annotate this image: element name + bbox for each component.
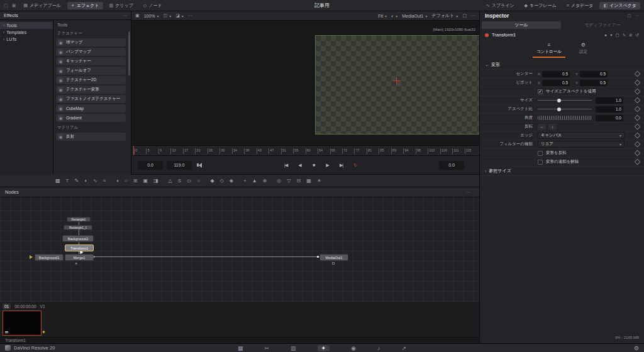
topbar-keyframes-button[interactable]: ◆キーフレーム	[521, 2, 560, 9]
layout-left-icon[interactable]: ▢	[4, 3, 8, 8]
render-start-input[interactable]: 0.0	[138, 161, 163, 170]
node-Merge1[interactable]: Merge1	[65, 254, 94, 261]
keyframe-diamond-icon[interactable]	[635, 159, 641, 165]
angle-thumbwheel[interactable]	[538, 116, 592, 120]
flip-vertical-button[interactable]: ↕	[548, 124, 557, 130]
keyframe-diamond-icon[interactable]	[635, 133, 641, 139]
size-input[interactable]: 1.0	[596, 97, 623, 104]
color-corrector-tool-icon[interactable]: ◐	[84, 178, 87, 184]
keyframe-diamond-icon[interactable]	[635, 71, 641, 77]
audio-mute-icon[interactable]	[197, 163, 202, 168]
angle-input[interactable]: 0.0	[596, 115, 623, 121]
viewer-layout-icon[interactable]: ▣	[135, 13, 140, 18]
gamut-select[interactable]: ◐▾	[391, 14, 397, 18]
keyframe-diamond-icon[interactable]	[635, 115, 641, 121]
merge-3d-tool-icon[interactable]: ⊟	[296, 178, 301, 184]
topbar-metadata-button[interactable]: ≡メタデータ	[563, 2, 597, 9]
page-edit-button[interactable]: ▥	[291, 345, 296, 351]
keyframe-diamond-icon[interactable]	[635, 124, 641, 130]
luma-keyer-tool-icon[interactable]: ◇	[220, 178, 224, 184]
tool-item-button[interactable]: ▩反射	[56, 133, 126, 141]
page-cut-button[interactable]: ✂	[265, 345, 270, 351]
keyframe-diamond-icon[interactable]	[635, 80, 641, 86]
merge-tool-icon[interactable]: ⊞	[133, 178, 138, 184]
invert-transform-checkbox[interactable]: ✓	[538, 151, 543, 156]
topbar-effects-button[interactable]: ✦エフェクト	[67, 2, 103, 9]
versions-icon[interactable]: ▢	[615, 33, 619, 38]
delta-keyer-tool-icon[interactable]: ◆	[211, 178, 214, 184]
reset-icon[interactable]: ↺	[636, 33, 639, 38]
node-Background2[interactable]: Background2	[62, 235, 94, 242]
reference-size-section-header[interactable]: › 参照サイズ	[480, 167, 644, 176]
ab-view-select[interactable]: ◪▾	[175, 13, 184, 18]
expand-viewer-icon[interactable]: ▢	[462, 13, 467, 18]
topbar-nodes-button[interactable]: ◇ノード	[140, 2, 166, 9]
topbar-inspector-button[interactable]: ◧インスペクタ	[599, 2, 640, 9]
topbar-spline-button[interactable]: ∿スプライン	[482, 2, 518, 9]
node-Rectangle1_1[interactable]: Rectangle1_1	[64, 225, 92, 230]
page-fusion-button[interactable]: ✦	[318, 345, 330, 351]
topbar-media-pool-button[interactable]: ▤メディアプール	[19, 2, 65, 9]
camera-3d-tool-icon[interactable]: ◎	[277, 178, 281, 184]
node-MediaOut1[interactable]: MediaOut1	[319, 254, 348, 261]
page-media-button[interactable]: ▦	[238, 345, 243, 351]
stop-button[interactable]: ■	[309, 162, 318, 169]
keyframe-diamond-icon[interactable]	[635, 141, 641, 148]
keyframe-diamond-icon[interactable]	[635, 89, 641, 95]
transform-section-header[interactable]: ⌄ 変形	[480, 60, 644, 70]
gear-icon[interactable]: ⚙	[634, 345, 639, 351]
renderer-3d-tool-icon[interactable]: ▦	[306, 178, 311, 184]
color-curves-tool-icon[interactable]: ∿	[93, 178, 97, 184]
effects-menu-icon[interactable]: ⋯	[123, 13, 127, 18]
tool-item-button[interactable]: ▩キャッチャー	[56, 57, 126, 65]
split-view-select[interactable]: ◫▾	[164, 13, 172, 18]
transparent-canvas[interactable]	[315, 35, 479, 135]
blur-tool-icon[interactable]: ○	[125, 178, 128, 184]
loop-playback-button[interactable]: ↻	[351, 162, 360, 169]
tool-item-button[interactable]: ▩テクスチャー変形	[56, 85, 126, 94]
node-graph[interactable]: ✕ Rectangle1Rectangle1_1Background2Trans…	[0, 197, 479, 302]
current-frame-input[interactable]: 0.0	[439, 161, 464, 170]
dve-tool-icon[interactable]: ▲	[252, 178, 257, 184]
viewer-menu-icon[interactable]: ⋯	[471, 13, 475, 18]
transform-tool-icon[interactable]: +	[243, 178, 247, 184]
subtab-settings[interactable]: ⚙ 設定	[575, 41, 591, 57]
playhead[interactable]	[133, 146, 134, 155]
page-color-button[interactable]: ◉	[351, 345, 356, 351]
aspect-slider[interactable]	[538, 106, 592, 113]
page-deliver-button[interactable]: ↗	[401, 345, 406, 351]
polygon-mask-tool-icon[interactable]: △	[169, 178, 172, 184]
lut-select[interactable]: デフォルト▾	[432, 13, 458, 19]
lock-icon[interactable]: ⊘	[629, 33, 632, 38]
size-slider[interactable]	[538, 97, 592, 104]
filter-dropdown[interactable]: リニア▾	[538, 141, 625, 148]
effects-tree-item-templates[interactable]: ›Templates	[0, 29, 53, 36]
layout-right-icon[interactable]: ▣	[12, 3, 16, 8]
tool-item-button[interactable]: ▩テクスチャー2D	[56, 76, 126, 84]
node-color-icon[interactable]: ●	[604, 33, 607, 38]
pivot-x-input[interactable]: 0.5	[542, 80, 570, 86]
keyframe-diamond-icon[interactable]	[635, 106, 641, 113]
node-Background1[interactable]: Background1	[35, 254, 64, 261]
first-frame-button[interactable]: |◀	[282, 162, 291, 169]
viewer-options-icon[interactable]: ⋯	[188, 13, 192, 18]
tab-modifiers[interactable]: モディファイアー	[563, 21, 642, 29]
shape-3d-tool-icon[interactable]: ▽	[287, 178, 291, 184]
bspline-mask-tool-icon[interactable]: S	[178, 178, 181, 184]
edit-icon[interactable]: ✎	[623, 33, 626, 38]
tool-item-button[interactable]: ▩フォールオフ	[56, 67, 126, 75]
center-x-input[interactable]: 0.5	[542, 71, 570, 77]
edge-dropdown[interactable]: キャンバス▾	[538, 132, 625, 139]
page-fairlight-button[interactable]: ♪	[377, 345, 380, 351]
zoom-select[interactable]: 100%▾	[144, 14, 159, 18]
channel-booleans-tool-icon[interactable]: ▣	[143, 178, 148, 184]
tab-tools[interactable]: ツール	[482, 21, 561, 29]
tool-item-button[interactable]: ▩バンプマップ	[56, 48, 126, 56]
chroma-keyer-tool-icon[interactable]: ◈	[230, 178, 233, 184]
play-reverse-button[interactable]: ◀	[296, 162, 304, 169]
node-Rectangle1[interactable]: Rectangle1	[67, 217, 91, 222]
clip-thumbnail[interactable]	[3, 311, 42, 336]
use-size-aspect-checkbox[interactable]: ✓	[538, 89, 543, 94]
rectangle-mask-tool-icon[interactable]: ▭	[187, 178, 192, 184]
aspect-input[interactable]: 1.0	[596, 106, 623, 113]
